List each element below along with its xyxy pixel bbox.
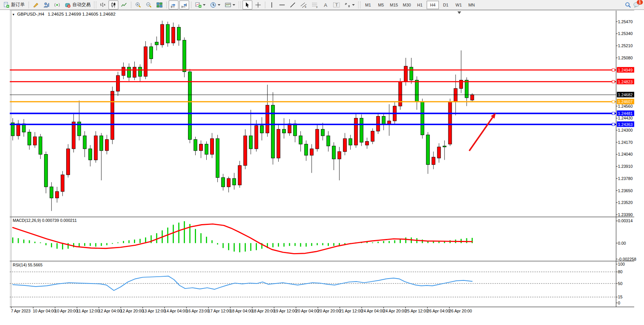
svg-text:19 Apr 12:00: 19 Apr 12:00 bbox=[274, 309, 297, 313]
tile-windows-button[interactable] bbox=[155, 0, 164, 10]
arrows-button[interactable] bbox=[343, 0, 357, 10]
svg-text:26 Apr 04:00: 26 Apr 04:00 bbox=[427, 309, 450, 313]
svg-text:A: A bbox=[324, 2, 327, 8]
crosshair-button[interactable] bbox=[253, 0, 263, 10]
chevron-down-icon bbox=[352, 4, 355, 6]
toolbar-separator bbox=[131, 2, 131, 8]
svg-text:21 Apr 12:00: 21 Apr 12:00 bbox=[340, 309, 363, 313]
timeframe-mn[interactable]: MN bbox=[465, 1, 478, 9]
svg-text:25 Apr 12:00: 25 Apr 12:00 bbox=[405, 309, 428, 313]
horizontal-line-button[interactable] bbox=[277, 0, 287, 10]
text-button[interactable]: A bbox=[321, 0, 330, 10]
toolbar-separator bbox=[265, 2, 265, 8]
zoom-out-button[interactable] bbox=[144, 0, 154, 10]
svg-text:MACD(12,26,9) 0.000739 0.00021: MACD(12,26,9) 0.000739 0.000211 bbox=[13, 218, 77, 223]
zoom-in-button[interactable] bbox=[133, 0, 143, 10]
vertical-line-button[interactable] bbox=[267, 0, 276, 10]
tile-windows-icon bbox=[156, 2, 163, 8]
toolbar-separator bbox=[29, 2, 29, 8]
indicators-button[interactable] bbox=[193, 0, 207, 10]
svg-text:1.25210: 1.25210 bbox=[618, 43, 633, 48]
svg-text:0: 0 bbox=[618, 301, 620, 305]
svg-text:16 Apr 23:00: 16 Apr 23:00 bbox=[186, 309, 209, 313]
timeframe-m5[interactable]: M5 bbox=[375, 1, 387, 9]
notification-badge: 1 bbox=[637, 0, 643, 5]
templates-icon bbox=[225, 2, 231, 8]
fibonacci-icon: F bbox=[312, 2, 319, 8]
svg-text:0.00314: 0.00314 bbox=[618, 218, 633, 223]
profile-button[interactable] bbox=[41, 0, 51, 10]
auto-scroll-icon bbox=[171, 2, 177, 8]
svg-text:20 Apr 04:00: 20 Apr 04:00 bbox=[296, 309, 319, 313]
toolbar: 新订单 bbox=[0, 0, 644, 10]
auto-trading-label: 自动交易 bbox=[72, 2, 91, 8]
svg-text:10 Apr 20:00: 10 Apr 20:00 bbox=[55, 309, 78, 313]
signal-button[interactable] bbox=[52, 0, 62, 10]
line-chart-button[interactable] bbox=[119, 0, 129, 10]
svg-text:1.24682: 1.24682 bbox=[618, 92, 633, 97]
text-label-button[interactable]: T bbox=[331, 0, 342, 10]
svg-text:RSI(14) 55.5665: RSI(14) 55.5665 bbox=[13, 263, 43, 267]
svg-text:1.23390: 1.23390 bbox=[618, 212, 633, 217]
svg-text:1.25470: 1.25470 bbox=[618, 19, 633, 24]
svg-text:26 Apr 20:00: 26 Apr 20:00 bbox=[449, 309, 472, 313]
timeframe-d1[interactable]: D1 bbox=[440, 1, 452, 9]
crosshair-icon bbox=[255, 2, 261, 8]
chart-area[interactable]: 1.249491.248231.246821.246071.244811.243… bbox=[0, 10, 644, 325]
svg-text:18 Apr 04:00: 18 Apr 04:00 bbox=[230, 309, 253, 313]
svg-text:12 Apr 04:00: 12 Apr 04:00 bbox=[99, 309, 122, 313]
auto-scroll-button[interactable] bbox=[169, 0, 179, 10]
timeframe-m1[interactable]: M1 bbox=[362, 1, 374, 9]
chart-shift-button[interactable] bbox=[179, 0, 189, 10]
chart-shift-icon bbox=[181, 2, 187, 8]
svg-text:1.23650: 1.23650 bbox=[618, 188, 633, 193]
svg-text:1.24363: 1.24363 bbox=[618, 122, 633, 127]
trendline-icon bbox=[290, 2, 296, 8]
svg-text:GBPUSD-,H4: GBPUSD-,H4 bbox=[17, 11, 45, 16]
timeframe-m30[interactable]: M30 bbox=[401, 1, 413, 9]
svg-text:50: 50 bbox=[618, 281, 623, 286]
chart-canvas[interactable]: 1.249491.248231.246821.246071.244811.243… bbox=[0, 10, 644, 325]
crayon-button[interactable] bbox=[31, 0, 41, 10]
trendline-button[interactable] bbox=[288, 0, 298, 10]
svg-text:12 Apr 20:00: 12 Apr 20:00 bbox=[120, 309, 143, 313]
equidistant-channel-button[interactable]: E bbox=[298, 0, 309, 10]
svg-text:24 Apr 04:00: 24 Apr 04:00 bbox=[361, 309, 384, 313]
svg-text:1.24823: 1.24823 bbox=[618, 80, 633, 84]
timeframe-h4[interactable]: H4 bbox=[427, 1, 439, 9]
chevron-down-icon bbox=[203, 4, 206, 6]
auto-trading-button[interactable]: 自动交易 bbox=[63, 0, 92, 10]
svg-text:-0.002258: -0.002258 bbox=[618, 257, 636, 261]
timeframe-w1[interactable]: W1 bbox=[453, 1, 465, 9]
search-icon[interactable] bbox=[625, 2, 631, 8]
cursor-button[interactable] bbox=[242, 0, 252, 10]
periods-button[interactable] bbox=[208, 0, 222, 10]
svg-text:1.24607: 1.24607 bbox=[618, 99, 633, 104]
line-chart-icon bbox=[121, 2, 127, 8]
zoom-out-icon bbox=[146, 2, 152, 8]
svg-text:7 Apr 2023: 7 Apr 2023 bbox=[11, 309, 31, 313]
svg-text:100: 100 bbox=[618, 262, 625, 266]
templates-button[interactable] bbox=[223, 0, 237, 10]
new-order-button[interactable]: 新订单 bbox=[2, 0, 27, 10]
timeframe-m15[interactable]: M15 bbox=[388, 1, 400, 9]
toolbar-separator bbox=[166, 2, 167, 8]
horizontal-line-icon bbox=[279, 2, 285, 8]
svg-text:10 Apr 04:00: 10 Apr 04:00 bbox=[33, 309, 56, 313]
fibonacci-button[interactable]: F bbox=[310, 0, 320, 10]
svg-text:E: E bbox=[305, 6, 306, 8]
profile-chart-icon bbox=[43, 2, 49, 8]
svg-text:1.24481: 1.24481 bbox=[618, 111, 633, 116]
chat-button[interactable]: 1 bbox=[633, 2, 640, 8]
svg-text:1.23520: 1.23520 bbox=[618, 200, 633, 205]
bar-chart-button[interactable] bbox=[98, 0, 108, 10]
svg-text:0.00: 0.00 bbox=[618, 241, 626, 245]
svg-text:1.24560: 1.24560 bbox=[618, 104, 633, 108]
svg-text:18 Apr 20:00: 18 Apr 20:00 bbox=[252, 309, 275, 313]
toolbar-grip bbox=[358, 2, 360, 8]
crayon-icon bbox=[33, 2, 39, 8]
chevron-down-icon bbox=[218, 4, 220, 6]
candlestick-chart-button[interactable] bbox=[108, 0, 118, 10]
timeframe-h1[interactable]: H1 bbox=[414, 1, 426, 9]
svg-text:1.24040: 1.24040 bbox=[618, 152, 633, 156]
